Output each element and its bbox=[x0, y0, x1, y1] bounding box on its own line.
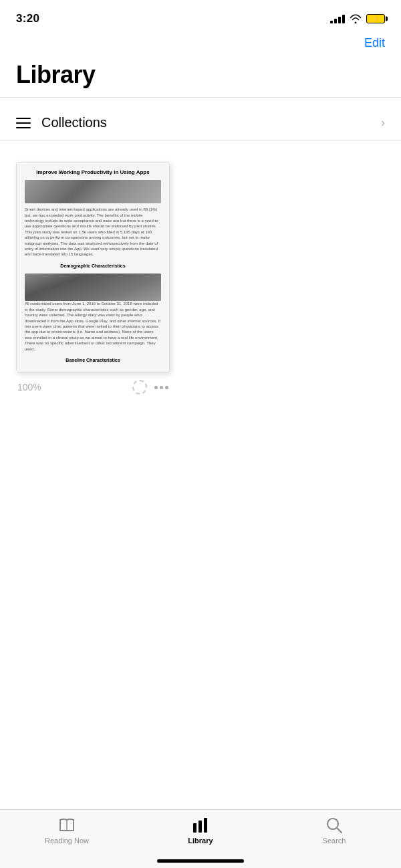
page-title: Library bbox=[0, 56, 401, 89]
sync-circle bbox=[132, 380, 147, 395]
book-title-text: Improve Working Productivity in Using Ap… bbox=[36, 169, 149, 176]
svg-point-3 bbox=[327, 819, 338, 829]
battery-icon: ⚡ bbox=[366, 14, 385, 23]
collections-left: Collections bbox=[16, 115, 107, 130]
tab-search-label: Search bbox=[323, 837, 346, 845]
book-progress: 100% bbox=[17, 382, 41, 393]
book-body-text-1: Smart devices and internet-based applica… bbox=[25, 207, 161, 257]
book-thumbnail-inner: Improve Working Productivity in Using Ap… bbox=[17, 162, 169, 372]
search-icon bbox=[324, 817, 344, 834]
svg-rect-0 bbox=[193, 823, 196, 833]
tab-reading-now-label: Reading Now bbox=[45, 837, 89, 845]
svg-rect-2 bbox=[204, 818, 207, 833]
hamburger-icon[interactable] bbox=[16, 118, 31, 128]
library-icon bbox=[190, 817, 211, 834]
status-bar: 3:20 ⚡ bbox=[0, 0, 401, 33]
header-edit-area: Edit bbox=[0, 33, 401, 56]
book-card[interactable]: Improve Working Productivity in Using Ap… bbox=[16, 162, 170, 395]
collections-label: Collections bbox=[41, 115, 107, 130]
collections-row[interactable]: Collections › bbox=[0, 106, 401, 140]
book-meta: 100% bbox=[16, 379, 170, 395]
status-icons: ⚡ bbox=[330, 14, 385, 23]
svg-rect-1 bbox=[198, 821, 202, 833]
sync-icon[interactable] bbox=[132, 379, 148, 395]
tab-library-label: Library bbox=[188, 837, 213, 845]
divider-top bbox=[0, 97, 401, 98]
book-section: Improve Working Productivity in Using Ap… bbox=[0, 140, 401, 406]
home-indicator bbox=[157, 859, 244, 863]
signal-icon bbox=[330, 14, 345, 23]
tab-search[interactable]: Search bbox=[267, 817, 401, 845]
chevron-right-icon: › bbox=[381, 116, 385, 130]
reading-now-icon bbox=[57, 817, 77, 834]
svg-line-4 bbox=[338, 829, 342, 833]
book-actions bbox=[132, 379, 168, 395]
tab-reading-now[interactable]: Reading Now bbox=[0, 817, 134, 845]
edit-button[interactable]: Edit bbox=[364, 36, 385, 50]
status-time: 3:20 bbox=[16, 12, 39, 25]
book-thumbnail: Improve Working Productivity in Using Ap… bbox=[16, 162, 170, 372]
wifi-icon bbox=[350, 14, 362, 23]
book-subheading-2: Baseline Characteristics bbox=[65, 357, 120, 363]
book-image-bottom bbox=[25, 274, 161, 301]
book-subheading-1: Demographic Characteristics bbox=[60, 263, 125, 269]
tab-library[interactable]: Library bbox=[134, 817, 267, 845]
more-options-button[interactable] bbox=[154, 386, 168, 389]
book-body-text-2: All randomized users from June 1, 2016 t… bbox=[25, 301, 161, 352]
book-image-top bbox=[25, 180, 161, 203]
